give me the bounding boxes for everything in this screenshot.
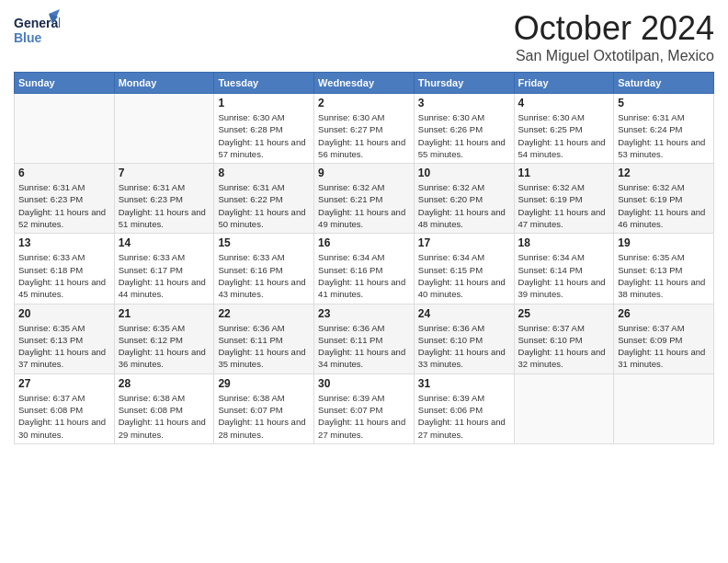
- page-container: General Blue October 2024 San Miguel Oxt…: [0, 0, 728, 454]
- day-number: 11: [518, 167, 610, 179]
- calendar-cell: 14Sunrise: 6:33 AMSunset: 6:17 PMDayligh…: [114, 234, 214, 304]
- day-number: 4: [518, 97, 610, 109]
- calendar-cell: 31Sunrise: 6:39 AMSunset: 6:06 PMDayligh…: [414, 373, 514, 443]
- calendar-cell: 27Sunrise: 6:37 AMSunset: 6:08 PMDayligh…: [15, 373, 115, 443]
- day-info: Sunrise: 6:35 AMSunset: 6:13 PMDaylight:…: [618, 251, 710, 300]
- calendar-cell: [614, 373, 714, 443]
- day-info: Sunrise: 6:31 AMSunset: 6:22 PMDaylight:…: [218, 181, 310, 230]
- day-number: 14: [119, 236, 210, 249]
- day-info: Sunrise: 6:32 AMSunset: 6:19 PMDaylight:…: [618, 181, 710, 230]
- day-number: 28: [119, 377, 210, 390]
- day-number: 13: [18, 236, 110, 249]
- day-number: 18: [518, 236, 610, 249]
- header: General Blue October 2024 San Miguel Oxt…: [14, 9, 714, 64]
- day-info: Sunrise: 6:32 AMSunset: 6:20 PMDaylight:…: [418, 181, 510, 230]
- day-number: 24: [418, 307, 510, 320]
- day-info: Sunrise: 6:30 AMSunset: 6:25 PMDaylight:…: [518, 111, 610, 160]
- day-number: 8: [218, 167, 310, 179]
- calendar-cell: 28Sunrise: 6:38 AMSunset: 6:08 PMDayligh…: [114, 373, 214, 443]
- day-number: 10: [418, 167, 510, 179]
- day-number: 23: [318, 307, 410, 320]
- day-info: Sunrise: 6:34 AMSunset: 6:15 PMDaylight:…: [418, 251, 510, 300]
- day-info: Sunrise: 6:37 AMSunset: 6:09 PMDaylight:…: [618, 322, 710, 371]
- calendar-cell: 29Sunrise: 6:38 AMSunset: 6:07 PMDayligh…: [214, 373, 314, 443]
- day-number: 26: [618, 307, 710, 320]
- day-info: Sunrise: 6:39 AMSunset: 6:06 PMDaylight:…: [418, 392, 510, 441]
- day-number: 27: [18, 377, 110, 390]
- calendar-cell: 26Sunrise: 6:37 AMSunset: 6:09 PMDayligh…: [614, 304, 714, 373]
- day-info: Sunrise: 6:31 AMSunset: 6:23 PMDaylight:…: [119, 181, 210, 230]
- calendar-cell: 6Sunrise: 6:31 AMSunset: 6:23 PMDaylight…: [15, 164, 115, 234]
- calendar-cell: [114, 94, 214, 164]
- location-title: San Miguel Oxtotilpan, Mexico: [514, 48, 714, 64]
- calendar-cell: 20Sunrise: 6:35 AMSunset: 6:13 PMDayligh…: [15, 304, 115, 373]
- day-info: Sunrise: 6:31 AMSunset: 6:23 PMDaylight:…: [18, 181, 110, 230]
- day-info: Sunrise: 6:33 AMSunset: 6:17 PMDaylight:…: [119, 251, 210, 300]
- day-number: 1: [218, 97, 310, 109]
- calendar-cell: 30Sunrise: 6:39 AMSunset: 6:07 PMDayligh…: [314, 373, 415, 443]
- day-info: Sunrise: 6:32 AMSunset: 6:21 PMDaylight:…: [318, 181, 410, 230]
- day-info: Sunrise: 6:30 AMSunset: 6:26 PMDaylight:…: [418, 111, 510, 160]
- weekday-header: Friday: [514, 73, 614, 94]
- calendar-cell: 15Sunrise: 6:33 AMSunset: 6:16 PMDayligh…: [214, 234, 314, 304]
- weekday-header: Monday: [114, 73, 214, 94]
- day-info: Sunrise: 6:30 AMSunset: 6:28 PMDaylight:…: [218, 111, 310, 160]
- calendar-cell: 17Sunrise: 6:34 AMSunset: 6:15 PMDayligh…: [414, 234, 514, 304]
- weekday-header: Wednesday: [314, 73, 415, 94]
- day-number: 31: [418, 377, 510, 390]
- day-number: 25: [518, 307, 610, 320]
- calendar-cell: [15, 94, 115, 164]
- day-number: 3: [418, 97, 510, 109]
- calendar-cell: 24Sunrise: 6:36 AMSunset: 6:10 PMDayligh…: [414, 304, 514, 373]
- calendar-cell: 18Sunrise: 6:34 AMSunset: 6:14 PMDayligh…: [514, 234, 614, 304]
- day-number: 2: [318, 97, 410, 109]
- weekday-header: Saturday: [614, 73, 714, 94]
- day-info: Sunrise: 6:33 AMSunset: 6:18 PMDaylight:…: [18, 251, 110, 300]
- logo: General Blue: [14, 9, 60, 54]
- day-number: 12: [618, 167, 710, 179]
- calendar-cell: 8Sunrise: 6:31 AMSunset: 6:22 PMDaylight…: [214, 164, 314, 234]
- day-info: Sunrise: 6:31 AMSunset: 6:24 PMDaylight:…: [618, 111, 710, 160]
- calendar-cell: 25Sunrise: 6:37 AMSunset: 6:10 PMDayligh…: [514, 304, 614, 373]
- day-number: 17: [418, 236, 510, 249]
- day-number: 9: [318, 167, 410, 179]
- day-number: 19: [618, 236, 710, 249]
- weekday-header: Sunday: [15, 73, 115, 94]
- calendar-cell: 16Sunrise: 6:34 AMSunset: 6:16 PMDayligh…: [314, 234, 415, 304]
- day-number: 20: [18, 307, 110, 320]
- calendar-cell: 5Sunrise: 6:31 AMSunset: 6:24 PMDaylight…: [614, 94, 714, 164]
- day-info: Sunrise: 6:38 AMSunset: 6:08 PMDaylight:…: [119, 392, 210, 441]
- weekday-header: Thursday: [414, 73, 514, 94]
- day-info: Sunrise: 6:35 AMSunset: 6:12 PMDaylight:…: [119, 322, 210, 371]
- calendar-cell: 2Sunrise: 6:30 AMSunset: 6:27 PMDaylight…: [314, 94, 415, 164]
- weekday-header: Tuesday: [214, 73, 314, 94]
- day-number: 16: [318, 236, 410, 249]
- title-section: October 2024 San Miguel Oxtotilpan, Mexi…: [514, 9, 714, 64]
- calendar-cell: 12Sunrise: 6:32 AMSunset: 6:19 PMDayligh…: [614, 164, 714, 234]
- day-number: 22: [218, 307, 310, 320]
- calendar-cell: 23Sunrise: 6:36 AMSunset: 6:11 PMDayligh…: [314, 304, 415, 373]
- day-info: Sunrise: 6:33 AMSunset: 6:16 PMDaylight:…: [218, 251, 310, 300]
- day-info: Sunrise: 6:35 AMSunset: 6:13 PMDaylight:…: [18, 322, 110, 371]
- day-info: Sunrise: 6:32 AMSunset: 6:19 PMDaylight:…: [518, 181, 610, 230]
- calendar-table: SundayMondayTuesdayWednesdayThursdayFrid…: [14, 72, 714, 444]
- day-info: Sunrise: 6:37 AMSunset: 6:08 PMDaylight:…: [18, 392, 110, 441]
- day-info: Sunrise: 6:30 AMSunset: 6:27 PMDaylight:…: [318, 111, 410, 160]
- header-row: SundayMondayTuesdayWednesdayThursdayFrid…: [15, 73, 714, 94]
- calendar-cell: 7Sunrise: 6:31 AMSunset: 6:23 PMDaylight…: [114, 164, 214, 234]
- calendar-cell: 22Sunrise: 6:36 AMSunset: 6:11 PMDayligh…: [214, 304, 314, 373]
- calendar-cell: 1Sunrise: 6:30 AMSunset: 6:28 PMDaylight…: [214, 94, 314, 164]
- calendar-week-row: 1Sunrise: 6:30 AMSunset: 6:28 PMDaylight…: [15, 94, 714, 164]
- day-info: Sunrise: 6:36 AMSunset: 6:11 PMDaylight:…: [318, 322, 410, 371]
- day-info: Sunrise: 6:36 AMSunset: 6:10 PMDaylight:…: [418, 322, 510, 371]
- day-number: 29: [218, 377, 310, 390]
- day-number: 15: [218, 236, 310, 249]
- calendar-cell: 4Sunrise: 6:30 AMSunset: 6:25 PMDaylight…: [514, 94, 614, 164]
- calendar-cell: [514, 373, 614, 443]
- month-title: October 2024: [514, 9, 714, 48]
- day-info: Sunrise: 6:37 AMSunset: 6:10 PMDaylight:…: [518, 322, 610, 371]
- day-number: 5: [618, 97, 710, 109]
- calendar-week-row: 27Sunrise: 6:37 AMSunset: 6:08 PMDayligh…: [15, 373, 714, 443]
- calendar-cell: 9Sunrise: 6:32 AMSunset: 6:21 PMDaylight…: [314, 164, 415, 234]
- day-number: 6: [18, 167, 110, 179]
